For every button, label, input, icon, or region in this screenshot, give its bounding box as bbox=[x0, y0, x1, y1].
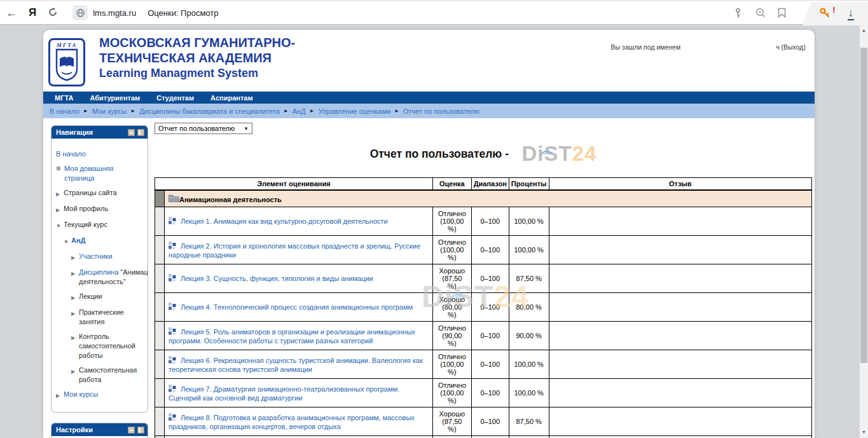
feedback-cell bbox=[549, 350, 812, 379]
chevron-right-icon[interactable]: ▶ bbox=[56, 188, 64, 199]
navigation-item-label-secondary: "Анимационная деятельность" bbox=[79, 268, 148, 285]
scroll-up-icon[interactable]: ▲ bbox=[860, 26, 868, 35]
chevron-down-icon[interactable]: ▼ bbox=[64, 236, 71, 247]
grade-table: Элемент оцениванияОценкаДиапазонПроценты… bbox=[155, 177, 812, 438]
grade-cell: Отлично(100,00 %) bbox=[433, 207, 472, 236]
password-alert-key-icon[interactable]: ! bbox=[819, 7, 831, 22]
navigation-item-label: Участники bbox=[79, 252, 113, 263]
breadcrumb-link[interactable]: АнД bbox=[293, 107, 306, 115]
scrollbar-thumb[interactable] bbox=[860, 48, 867, 363]
grade-item-link[interactable]: Лекция 7. Драматургия анимационно-театра… bbox=[169, 385, 399, 402]
navigation-item[interactable]: Моя домашняя страница bbox=[56, 164, 144, 183]
breadcrumb-link[interactable]: Управление оценками bbox=[319, 107, 391, 115]
navigation-item[interactable]: ▶Участники bbox=[71, 252, 144, 263]
grade-item-link[interactable]: Лекция 5. Роль аниматоров в организации … bbox=[169, 328, 415, 345]
lesson-icon bbox=[169, 327, 177, 337]
academy-title-line1: МОСКОВСКАЯ ГУМАНИТАРНО- bbox=[99, 35, 295, 50]
address-bar-page-title: Оценки: Просмотр bbox=[148, 8, 218, 18]
report-type-select[interactable]: Отчет по пользователю ▼ bbox=[155, 123, 252, 134]
back-icon[interactable]: ← bbox=[6, 7, 17, 18]
navigation-item[interactable]: ▼АнД bbox=[64, 236, 144, 247]
chevron-right-icon[interactable]: ▶ bbox=[71, 308, 79, 327]
navigation-item[interactable]: ▶Страницы сайта bbox=[56, 188, 144, 199]
percent-cell: 100,00 % bbox=[509, 236, 549, 264]
block-dock-icon[interactable] bbox=[137, 129, 144, 136]
navigation-item[interactable]: ▶Мои курсы bbox=[56, 390, 144, 400]
academy-title-line2: ТЕХНИЧЕСКАЯ АКАДЕМИЯ bbox=[99, 50, 295, 65]
grade-item-link[interactable]: Лекция 1. Анимация как вид культурно-дос… bbox=[181, 217, 388, 225]
breadcrumb-link[interactable]: В начало bbox=[50, 107, 79, 115]
chevron-right-icon[interactable]: ▶ bbox=[56, 204, 64, 215]
navigation-item-label: Мои курсы bbox=[64, 390, 98, 400]
navigation-item-label: Контроль самостоятельной работы bbox=[79, 332, 144, 360]
grade-cell: Хорошо(87,50 %) bbox=[433, 407, 472, 436]
feedback-cell bbox=[549, 407, 812, 436]
feedback-cell bbox=[549, 293, 812, 322]
chevron-down-icon[interactable]: ▼ bbox=[56, 220, 64, 231]
grade-item-link[interactable]: Лекция 6. Рекреационная сущность туристс… bbox=[169, 357, 423, 373]
navigation-item[interactable]: ▶Мой профиль bbox=[56, 204, 144, 215]
block-collapse-icon[interactable] bbox=[128, 129, 135, 136]
lesson-icon bbox=[169, 413, 177, 423]
address-bar-url[interactable]: lms.mgta.ru bbox=[93, 8, 136, 18]
grade-table-body: Анимационная деятельностьЛекция 1. Анима… bbox=[155, 190, 812, 438]
table-row: Лекция 5. Роль аниматоров в организации … bbox=[155, 322, 812, 350]
indent-cell bbox=[155, 264, 165, 293]
navigation-item[interactable]: ▼Текущий курс bbox=[56, 220, 144, 231]
item-name-cell: Лекция 9. Игра как эффективная форма ани… bbox=[165, 436, 433, 438]
site-header: МГТА МОСКОВСКАЯ ГУМАНИТАРНО- ТЕХНИЧЕСКАЯ… bbox=[43, 30, 815, 92]
topnav-link[interactable]: Абитуриентам bbox=[90, 94, 140, 102]
navigation-item-label: Текущий курс bbox=[64, 220, 107, 231]
chevron-right-icon[interactable]: ▶ bbox=[56, 390, 64, 400]
navigation-item[interactable]: ▶Самостоятельная работа bbox=[71, 366, 144, 385]
scroll-down-icon[interactable]: ▼ bbox=[860, 428, 868, 437]
topnav-link[interactable]: Аспирантам bbox=[210, 94, 252, 102]
navigation-item[interactable]: В начало bbox=[56, 149, 144, 159]
bookmark-flag-icon[interactable] bbox=[778, 8, 786, 20]
topnav-link[interactable]: Студентам bbox=[156, 94, 194, 102]
item-name-cell: Лекция 4. Технологический процесс создан… bbox=[165, 293, 433, 322]
yandex-logo-icon[interactable]: Я bbox=[29, 6, 36, 19]
range-cell: 0–100 bbox=[471, 350, 509, 379]
block-collapse-icon[interactable] bbox=[128, 427, 135, 434]
settings-block-title: Настройки bbox=[56, 426, 125, 434]
navigation-item[interactable]: ▶Дисциплина "Анимационная деятельность" bbox=[71, 268, 144, 287]
grade-item-link[interactable]: Лекция 4. Технологический процесс создан… bbox=[181, 303, 413, 311]
grade-item-link[interactable]: Лекция 2. История и хронология массовых … bbox=[169, 242, 420, 259]
table-row: Лекция 9. Игра как эффективная форма ани… bbox=[155, 436, 812, 438]
breadcrumb-link[interactable]: Дисциплины бакалавриата и специалитета bbox=[139, 107, 280, 115]
download-icon[interactable]: ↓ bbox=[848, 8, 855, 20]
chevron-right-icon[interactable]: ▶ bbox=[71, 268, 79, 287]
lesson-icon bbox=[169, 242, 177, 251]
grade-item-link[interactable]: Лекция 8. Подготовка и разработка анимац… bbox=[169, 414, 415, 430]
topnav-link[interactable]: МГТА bbox=[55, 94, 73, 102]
item-name-cell: Лекция 2. История и хронология массовых … bbox=[165, 236, 433, 264]
refresh-icon[interactable] bbox=[48, 7, 58, 19]
logout-link[interactable]: ч (Выход) bbox=[776, 43, 806, 51]
chevron-right-icon[interactable]: ▶ bbox=[71, 252, 79, 263]
navigation-block-title: Навигация bbox=[56, 128, 125, 136]
navigation-item[interactable]: ▶Практические занятия bbox=[71, 308, 144, 327]
navigation-item-label: Лекции bbox=[79, 292, 102, 303]
block-dock-icon[interactable] bbox=[137, 427, 144, 434]
chevron-right-icon[interactable]: ▶ bbox=[71, 366, 79, 385]
breadcrumb-link[interactable]: Мои курсы bbox=[92, 107, 127, 115]
percent-cell: 87,50 % bbox=[509, 407, 549, 436]
feedback-cell bbox=[549, 264, 812, 293]
navigation-block-header: Навигация bbox=[52, 126, 148, 139]
table-row: Лекция 1. Анимация как вид культурно-дос… bbox=[155, 207, 812, 236]
chevron-right-icon[interactable]: ▶ bbox=[71, 332, 79, 360]
range-cell: 0–100 bbox=[471, 207, 509, 236]
navigation-item[interactable]: ▶Контроль самостоятельной работы bbox=[71, 332, 144, 360]
navigation-item[interactable]: ▶Лекции bbox=[71, 292, 144, 303]
breadcrumb-separator-icon: ► bbox=[130, 108, 135, 114]
zoom-out-icon[interactable] bbox=[755, 7, 766, 21]
item-name-cell: Лекция 6. Рекреационная сущность туристс… bbox=[165, 350, 433, 379]
range-cell: 0–100 bbox=[471, 322, 509, 350]
indent-cell bbox=[155, 236, 165, 264]
chevron-right-icon[interactable]: ▶ bbox=[71, 292, 79, 303]
breadcrumb-link[interactable]: Отчет по пользователю bbox=[403, 107, 479, 115]
range-cell: 0–100 bbox=[471, 236, 509, 264]
password-key-icon[interactable] bbox=[733, 8, 743, 21]
grade-item-link[interactable]: Лекция 3. Сущность, функция, типология и… bbox=[181, 275, 373, 282]
